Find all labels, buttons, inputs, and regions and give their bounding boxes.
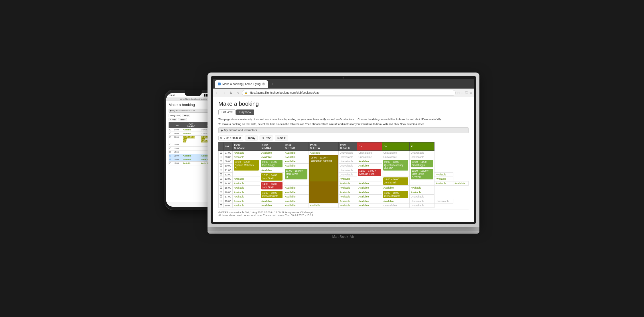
ij-cell[interactable]: Available [410,186,434,190]
date-input[interactable]: 01 / 08 / 2020 ⊗ [218,136,243,140]
phone-check-cell[interactable]: ☐ [169,143,173,147]
ev97-cell[interactable]: Available [233,199,260,203]
pa28-fftw-cell[interactable]: Available [309,203,338,208]
pa28-fftw-cell[interactable]: Available [309,150,338,155]
pa28-kefs-cell[interactable]: Available [338,203,357,208]
c152-lolz-booking[interactable]: 14:00 – 16:00John Smith [260,181,284,190]
check-cell[interactable]: ☐ [219,150,224,155]
home-button[interactable]: ⌂ [235,90,241,96]
ch-cell[interactable]: Available [434,181,453,186]
dh-booking[interactable]: 09:00 – 13:00Quentin MahoneyG-AABC [382,159,410,177]
check-cell[interactable]: ☐ [219,159,224,164]
check-cell[interactable]: ☐ [219,177,224,181]
ev97-cell[interactable]: Available [233,150,260,155]
c152-lolz-booking[interactable]: 09:00 – 11:00Fred Bloggs [260,159,284,168]
phone-check-cell[interactable]: ☐ [169,136,173,143]
ch-cell[interactable]: Available [357,164,382,168]
check-cell[interactable]: ☐ [219,155,224,159]
ij-cell[interactable]: Available [410,190,434,195]
pa28-kefs-cell[interactable]: Available [357,199,382,203]
ch-cell[interactable]: Available [357,186,382,190]
phone-check-cell[interactable]: ☐ [169,132,173,136]
c152-lolz-booking[interactable]: 12:00 – 14:00John Smith [260,172,284,181]
reader-icon[interactable]: ⊡ [457,91,460,95]
check-cell[interactable]: ☐ [219,190,224,195]
ev97-cell[interactable]: Available [233,186,260,190]
c152-trek-booking[interactable]: 11:00 – 15:00 ≡Marc LewisIJ [284,168,309,186]
back-button[interactable]: ← [214,90,220,96]
pa28-fftw-booking[interactable]: 08:00 – 19:00 ≡Johnathan Ramirez [309,155,338,203]
today-button[interactable]: Today [245,136,258,140]
tab-day-view[interactable]: Day view [236,109,254,115]
ch-cell[interactable]: Available [357,190,382,195]
pa28-kefs-cell[interactable]: Available [338,190,357,195]
new-tab-button[interactable]: + [270,81,274,87]
c152-trek-cell[interactable]: Available [284,164,309,168]
aircraft-accordion[interactable]: ▶ My aircraft and instructors... [218,127,469,133]
phone-check-cell[interactable]: ☐ [169,147,173,150]
phone-check-cell[interactable]: ☐ [169,128,173,132]
c152-lolz-cell[interactable]: Available [260,155,284,159]
ev97-cell[interactable]: Available [233,155,260,159]
ch-cell[interactable]: Available [357,195,382,199]
phone-check-cell[interactable]: ☑ [169,154,173,158]
ij-cell[interactable]: Available [453,181,468,186]
ev97-cell[interactable]: Available [233,177,260,181]
ev97-cell[interactable]: Available [233,203,260,208]
browser-tab-active[interactable]: Make a booking | Acme Flying ✕ [215,80,268,88]
more-icon[interactable]: ··· [461,91,464,95]
check-cell[interactable]: ☐ [219,186,224,190]
check-cell[interactable]: ☐ [219,168,224,172]
c152-lolz-cell[interactable]: Available [260,168,284,172]
c152-lolz-cell[interactable]: Available [260,203,284,208]
star-icon[interactable]: ☆ [469,91,473,95]
check-cell[interactable]: ☐ [219,195,224,199]
dh-booking[interactable]: 14:00 – 16:00John Smith [382,177,410,186]
forward-button[interactable]: → [221,90,227,96]
ch-cell[interactable]: Available [357,159,382,164]
c152-trek-cell[interactable]: Available [284,159,309,164]
check-cell[interactable]: ☐ [219,172,224,177]
tab-list-view[interactable]: List view [218,109,236,115]
ij-booking[interactable]: 09:00 – 11:00Fred Bloggs [410,159,434,168]
c152-trek-cell[interactable]: Available [284,195,309,199]
ij-cell[interactable]: Available [434,177,453,181]
ch-booking[interactable]: 11:00 – 14:00 ≡Nathalia Bush [357,168,382,181]
phone-check-cell[interactable]: ☐ [169,162,173,165]
c152-lolz-cell[interactable]: Available [260,150,284,155]
ch-cell[interactable]: Available [382,199,410,203]
pa28-fftw-cell[interactable]: Available [338,199,357,203]
ch-cell[interactable]: Available [357,203,382,208]
shield-icon[interactable]: 🛡 [465,91,468,95]
ev97-booking[interactable]: 09:00 – 13:00Quentin MahoneyDH [233,159,260,177]
dh-cell[interactable]: Available [434,172,453,177]
pa28-kefs-cell[interactable]: Available [357,181,382,186]
dh-cell[interactable]: Available [382,186,410,190]
c152-trek-cell[interactable]: Available [284,155,309,159]
c152-trek-cell[interactable]: Available [284,203,309,208]
pa28-kefs-cell[interactable]: Available [338,186,357,190]
check-cell[interactable]: ☐ [219,181,224,186]
ev97-cell[interactable]: Available [233,190,260,195]
address-bar[interactable]: 🔒 https://acme.flightschoolbooking.com/c… [242,90,456,96]
prev-button[interactable]: < Prev [260,136,273,140]
phone-next-btn[interactable]: Next > [178,118,187,121]
phone-prev-btn[interactable]: < Prev [169,118,177,121]
refresh-button[interactable]: ↻ [228,90,234,96]
pa28-kefs-cell[interactable]: Available [338,195,357,199]
phone-check-cell[interactable]: ☐ [169,150,173,154]
c152-lolz-cell[interactable]: Available [260,199,284,203]
ij-booking[interactable]: 11:00 – 15:00 ≡Marc LewisG-TREK [410,168,434,186]
next-button[interactable]: Next > [275,136,288,140]
clear-date-icon[interactable]: ⊗ [239,136,241,140]
tab-close-button[interactable]: ✕ [262,83,265,85]
c152-trek-cell[interactable]: Available [284,190,309,195]
c152-trek-cell[interactable]: Available [284,186,309,190]
phone-date-input[interactable]: 1 Aug 2020 [169,114,181,117]
c152-trek-cell[interactable]: Available [284,150,309,155]
c152-trek-cell[interactable]: Available [338,181,357,186]
pa28-kefs-cell[interactable]: Available [338,177,357,181]
ev97-cell[interactable]: Available [233,195,260,199]
c152-trek-cell[interactable]: Available [284,199,309,203]
dh-booking[interactable]: 16:00 – 18:00Gloria Bautista [382,190,410,199]
